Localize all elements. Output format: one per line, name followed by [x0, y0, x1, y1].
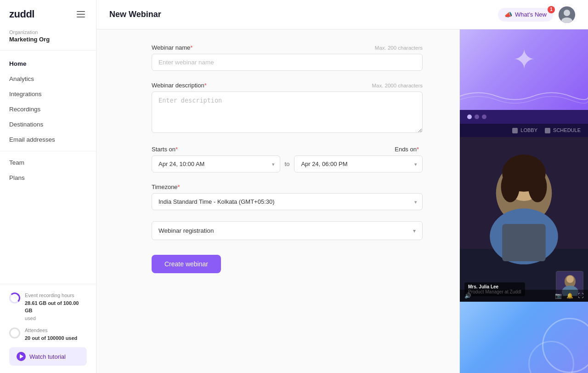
nav-divider — [0, 151, 96, 151]
content-area: Webinar name* Max. 200 characters Webina… — [96, 29, 588, 373]
preview-nav-schedule: SCHEDULE — [545, 127, 581, 133]
dot-1 — [467, 115, 472, 119]
header-right: 📣 What's New 1 — [498, 6, 575, 23]
storage-value: 28.61 GB out of 100.00 GB — [25, 300, 79, 314]
dot-2 — [475, 115, 479, 119]
sidebar-bottom: Event recording hours 28.61 GB out of 10… — [0, 284, 96, 373]
storage-suffix: used — [25, 316, 36, 321]
timezone-group: Timezone* India Standard Time - Kolkata … — [152, 184, 423, 210]
ends-on-wrapper: Apr 24, 06:00 PM ▾ — [294, 155, 423, 172]
registration-group: Webinar registration ▾ — [152, 221, 423, 240]
webinar-desc-label-row: Webinar description* Max. 2000 character… — [152, 82, 423, 89]
org-label: Organization — [9, 29, 87, 35]
timezone-label-row: Timezone* — [152, 184, 423, 190]
preview-nav-lobby: LOBBY — [512, 127, 537, 133]
webinar-desc-group: Webinar description* Max. 2000 character… — [152, 82, 423, 135]
star-decoration: ✦ — [513, 43, 536, 75]
top-header: New Webinar 📣 What's New 1 — [96, 0, 588, 29]
sidebar-item-integrations[interactable]: Integrations — [0, 86, 96, 102]
avatar-image — [559, 6, 575, 23]
promo-dots-bar — [460, 110, 588, 124]
attendees-text: Attendees 20 out of 100000 used — [25, 327, 77, 342]
sidebar-header: zuddl — [0, 0, 96, 25]
volume-icon: 🔊 — [464, 293, 471, 299]
fullscreen-icon: ⛶ — [578, 293, 583, 299]
sidebar-item-analytics[interactable]: Analytics — [0, 71, 96, 86]
page-title: New Webinar — [109, 10, 161, 19]
whats-new-button[interactable]: 📣 What's New 1 — [498, 8, 553, 22]
camera-icon: 📷 — [555, 293, 562, 299]
attendees-label: Attendees — [25, 327, 48, 333]
sidebar-item-home[interactable]: Home — [0, 56, 96, 71]
left-controls: 🔊 — [464, 293, 471, 299]
video-preview: Mrs. Julia Lee Product Manager at Zuddl — [460, 137, 588, 302]
timezone-label: Timezone* — [152, 184, 180, 190]
app-logo: zuddl — [9, 8, 34, 20]
right-panel: ✦ LOBBY SCHEDULE — [459, 29, 588, 373]
preview-nav-bar: LOBBY SCHEDULE — [460, 124, 588, 137]
date-to-text: to — [285, 161, 290, 167]
webinar-desc-label: Webinar description* — [152, 82, 207, 89]
storage-text: Event recording hours 28.61 GB out of 10… — [25, 292, 87, 322]
video-section: Mrs. Julia Lee Product Manager at Zuddl — [460, 137, 588, 302]
timezone-select[interactable]: India Standard Time - Kolkata (GMT+05:30… — [152, 193, 423, 210]
org-name: Marketing Org — [9, 36, 87, 43]
storage-label: Event recording hours — [25, 293, 74, 298]
promo-banner: ✦ — [460, 29, 588, 110]
svg-point-1 — [564, 10, 570, 16]
svg-rect-13 — [502, 224, 546, 261]
form-container: Webinar name* Max. 200 characters Webina… — [96, 29, 459, 373]
date-row: Apr 24, 10:00 AM ▾ to Apr 24, 06:00 PM ▾ — [152, 155, 423, 172]
ends-on-select[interactable]: Apr 24, 06:00 PM — [294, 155, 423, 172]
svg-point-11 — [501, 171, 520, 202]
video-controls: 🔊 📷 🔔 ⛶ — [460, 290, 588, 302]
svg-point-16 — [566, 275, 574, 283]
right-controls: 📷 🔔 ⛶ — [555, 293, 583, 299]
webinar-desc-input[interactable] — [152, 92, 423, 133]
storage-icon — [9, 293, 20, 304]
sidebar-item-destinations[interactable]: Destinations — [0, 117, 96, 132]
watch-tutorial-button[interactable]: Watch tutorial — [9, 347, 87, 366]
wave-decoration — [460, 87, 588, 105]
watch-tutorial-label: Watch tutorial — [29, 353, 66, 360]
sidebar-item-team[interactable]: Team — [0, 155, 96, 170]
hamburger-menu[interactable] — [75, 9, 87, 19]
attendees-item: Attendees 20 out of 100000 used — [9, 327, 87, 342]
timezone-wrapper: India Standard Time - Kolkata (GMT+05:30… — [152, 193, 423, 210]
starts-on-label: Starts on* — [152, 146, 178, 153]
svg-point-12 — [528, 171, 547, 202]
webinar-name-label-row: Webinar name* Max. 200 characters — [152, 44, 423, 51]
starts-on-wrapper: Apr 24, 10:00 AM ▾ — [152, 155, 280, 172]
sidebar-item-email-addresses[interactable]: Email addresses — [0, 132, 96, 147]
registration-label: Webinar registration — [158, 227, 214, 234]
user-avatar[interactable] — [559, 6, 575, 23]
play-icon — [17, 352, 26, 361]
speaker-name: Mrs. Julia Lee — [468, 284, 521, 289]
sidebar-item-plans[interactable]: Plans — [0, 170, 96, 185]
create-webinar-button[interactable]: Create webinar — [152, 255, 221, 273]
sidebar: zuddl Organization Marketing Org Home An… — [0, 0, 96, 373]
attendees-icon — [9, 327, 20, 339]
primary-nav: Home Analytics Integrations Recordings D… — [0, 51, 96, 284]
bottom-gradient-panel — [460, 302, 588, 373]
org-section: Organization Marketing Org — [0, 25, 96, 51]
webinar-desc-charlimit: Max. 2000 characters — [372, 83, 423, 88]
attendees-value: 20 out of 100000 used — [25, 335, 77, 341]
storage-item: Event recording hours 28.61 GB out of 10… — [9, 292, 87, 322]
registration-row[interactable]: Webinar registration ▾ — [152, 221, 423, 240]
dates-label-row: Starts on* Ends on* — [152, 146, 423, 153]
play-triangle-icon — [20, 354, 23, 359]
webinar-name-input[interactable] — [152, 54, 423, 71]
svg-rect-3 — [512, 128, 518, 133]
main-area: New Webinar 📣 What's New 1 — [96, 0, 588, 373]
registration-chevron-icon: ▾ — [413, 228, 416, 234]
sidebar-item-recordings[interactable]: Recordings — [0, 102, 96, 117]
megaphone-icon: 📣 — [504, 11, 512, 18]
webinar-name-charlimit: Max. 200 characters — [375, 45, 423, 51]
notification-badge: 1 — [548, 6, 555, 13]
whats-new-label: What's New — [515, 11, 547, 18]
dates-group: Starts on* Ends on* Apr 24, 10:00 AM ▾ t… — [152, 146, 423, 172]
required-star: * — [190, 44, 192, 51]
dot-3 — [482, 115, 486, 119]
starts-on-select[interactable]: Apr 24, 10:00 AM — [152, 155, 280, 172]
